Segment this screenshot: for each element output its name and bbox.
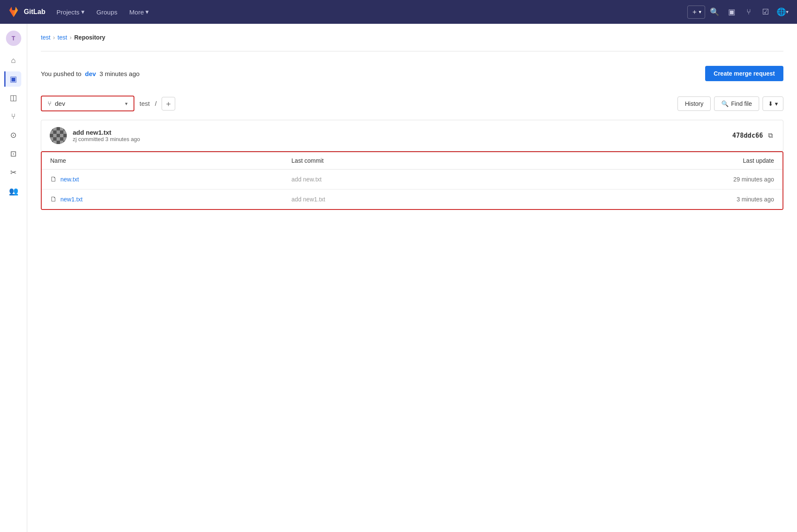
members-icon: 👥 [9, 187, 18, 196]
branch-chevron-icon [125, 101, 128, 107]
branch-actions: History 🔍 Find file ⬇ ▾ [677, 96, 783, 111]
branch-icon: ⑂ [48, 100, 51, 107]
sidebar-item-issues[interactable]: ◫ [6, 90, 21, 105]
avatar[interactable]: T [6, 31, 21, 46]
path-segment: test [139, 100, 150, 107]
file-commit-new-txt: add new.txt [291, 176, 532, 183]
merge-requests-icon: ⑂ [11, 112, 16, 121]
sidebar-item-packages[interactable]: ⊡ [6, 146, 21, 161]
branch-name: dev [55, 100, 65, 107]
issues-icon: ◫ [10, 93, 17, 102]
ci-cd-icon: ⊙ [10, 130, 17, 140]
search-icon: 🔍 [721, 100, 729, 107]
commit-hash-area: 478ddc66 ⧉ [732, 130, 774, 141]
table-row: 🗋 new.txt add new.txt 29 minutes ago [42, 170, 783, 190]
copy-hash-button[interactable]: ⧉ [766, 130, 774, 141]
file-date-new1-txt: 3 minutes ago [533, 196, 774, 203]
svg-rect-17 [57, 141, 60, 144]
find-file-button[interactable]: 🔍 Find file [714, 96, 759, 111]
svg-rect-9 [53, 130, 57, 134]
user-chevron-icon: ▾ [786, 9, 788, 15]
push-notice: You pushed to dev 3 minutes ago Create m… [41, 60, 783, 87]
file-icon: 🗋 [50, 195, 57, 203]
top-navigation: GitLab Projects Groups More ＋ ▾ 🔍 ▣ ⑂ ☑ … [0, 0, 797, 24]
plus-icon: ＋ [165, 99, 172, 109]
sidebar-toggle-button[interactable]: ▣ [724, 4, 739, 20]
home-icon: ⌂ [11, 56, 16, 65]
sidebar-icon: ▣ [728, 7, 735, 17]
sidebar-item-merge-requests[interactable]: ⑂ [6, 109, 21, 124]
branch-selector[interactable]: ⑂ dev [41, 96, 134, 111]
push-notice-branch[interactable]: dev [85, 70, 96, 77]
projects-nav-link[interactable]: Projects [52, 6, 89, 18]
breadcrumb: test › test › Repository [41, 34, 783, 41]
breadcrumb-sep-2: › [70, 34, 72, 41]
nav-icon-group: ＋ ▾ 🔍 ▣ ⑂ ☑ 🌐 ▾ [687, 4, 790, 20]
file-commit-new1-txt: add new1.txt [291, 196, 532, 203]
sidebar-item-snippets[interactable]: ✂ [6, 165, 21, 180]
commit-info: add new1.txt zj committed 3 minutes ago … [41, 120, 783, 151]
search-button[interactable]: 🔍 [707, 4, 722, 20]
svg-rect-18 [63, 141, 67, 144]
left-sidebar: T ⌂ ▣ ◫ ⑂ ⊙ ⊡ ✂ 👥 [0, 24, 27, 532]
plus-chevron-icon: ▾ [699, 9, 701, 15]
logo[interactable]: GitLab [7, 5, 46, 19]
create-merge-request-button[interactable]: Create merge request [705, 66, 783, 81]
breadcrumb-current: Repository [74, 34, 105, 41]
repository-icon: ▣ [10, 74, 17, 84]
user-menu-button[interactable]: 🌐 ▾ [775, 4, 790, 20]
download-button[interactable]: ⬇ ▾ [763, 96, 783, 111]
add-folder-button[interactable]: ＋ [162, 97, 175, 110]
file-link-new1-txt[interactable]: 🗋 new1.txt [50, 195, 291, 203]
file-table-header: Name Last commit Last update [42, 152, 783, 170]
packages-icon: ⊡ [10, 149, 17, 158]
path-slash: / [155, 100, 157, 107]
breadcrumb-sep-1: › [53, 34, 55, 41]
commit-hash: 478ddc66 [732, 132, 763, 139]
merge-request-button[interactable]: ⑂ [741, 4, 756, 20]
svg-rect-13 [63, 134, 67, 137]
branch-row: ⑂ dev test / ＋ History 🔍 Find file ⬇ ▾ [41, 96, 783, 111]
history-button[interactable]: History [677, 96, 711, 111]
main-content: test › test › Repository You pushed to d… [27, 24, 797, 532]
svg-rect-12 [57, 134, 60, 137]
todo-icon: ☑ [762, 7, 769, 17]
download-icon: ⬇ [768, 100, 773, 107]
col-last-commit: Last commit [291, 157, 532, 164]
gitlab-wordmark: GitLab [24, 8, 46, 16]
sidebar-item-repository[interactable]: ▣ [4, 71, 21, 87]
svg-rect-6 [50, 127, 53, 130]
groups-nav-link[interactable]: Groups [92, 6, 122, 18]
breadcrumb-test-1[interactable]: test [41, 34, 51, 41]
todo-button[interactable]: ☑ [758, 4, 773, 20]
sidebar-item-home[interactable]: ⌂ [6, 53, 21, 68]
search-icon: 🔍 [710, 7, 719, 17]
svg-rect-11 [50, 134, 53, 137]
breadcrumb-test-2[interactable]: test [57, 34, 67, 41]
svg-rect-16 [50, 141, 53, 144]
col-last-update: Last update [533, 157, 774, 164]
app-layout: T ⌂ ▣ ◫ ⑂ ⊙ ⊡ ✂ 👥 test › t [0, 24, 797, 532]
svg-rect-8 [63, 127, 67, 130]
file-icon: 🗋 [50, 175, 57, 183]
globe-icon: 🌐 [777, 7, 786, 17]
snippets-icon: ✂ [10, 168, 17, 177]
commit-details: add new1.txt zj committed 3 minutes ago [73, 129, 140, 142]
table-row: 🗋 new1.txt add new1.txt 3 minutes ago [42, 190, 783, 209]
merge-request-icon: ⑂ [746, 8, 751, 17]
more-nav-link[interactable]: More [125, 6, 153, 18]
col-name: Name [50, 157, 291, 164]
sidebar-item-members[interactable]: 👥 [6, 184, 21, 199]
file-link-new-txt[interactable]: 🗋 new.txt [50, 175, 291, 183]
sidebar-item-ci-cd[interactable]: ⊙ [6, 127, 21, 143]
svg-rect-15 [60, 137, 63, 141]
breadcrumb-divider [41, 51, 783, 51]
svg-rect-14 [53, 137, 57, 141]
file-date-new-txt: 29 minutes ago [533, 176, 774, 183]
commit-message[interactable]: add new1.txt [73, 129, 140, 136]
file-table: Name Last commit Last update 🗋 new.txt a… [41, 151, 783, 210]
svg-rect-10 [60, 130, 63, 134]
new-item-button[interactable]: ＋ ▾ [687, 6, 705, 19]
gitlab-fox-icon [7, 5, 20, 19]
svg-rect-7 [57, 127, 60, 130]
